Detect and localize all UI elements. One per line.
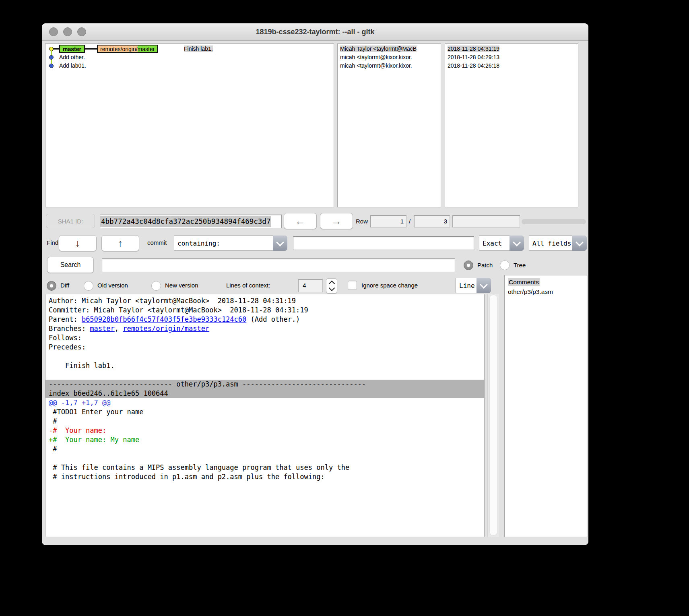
commit-date-cell[interactable]: 2018-11-28 04:29:13 xyxy=(448,53,499,61)
commit-graph-panel: master remotes/origin/ master Finish lab… xyxy=(45,43,334,207)
commit-node[interactable] xyxy=(49,64,54,68)
search-input[interactable] xyxy=(102,258,455,272)
commit-link[interactable]: b650928b0fb66f4c57f403f5fe3be9333c124c60 xyxy=(82,315,246,323)
desktop-background: 1819b-csse232-taylormt: --all - gitk mas… xyxy=(0,0,689,616)
diff-line: Committer: Micah Taylor <taylormt@MacBoo… xyxy=(45,306,484,315)
find-next-button[interactable]: ↓ xyxy=(59,235,97,251)
diff-text: Author: Micah Taylor <taylormt@MacBook> … xyxy=(49,297,296,305)
commit-row-subject[interactable]: Finish lab1. xyxy=(184,45,213,53)
diff-line: +# Your name: My name xyxy=(45,435,484,444)
author-column-panel: Micah Taylor <taylormt@MacB micah <taylo… xyxy=(337,43,441,207)
diff-text: Parent: xyxy=(49,315,82,323)
diff-radio[interactable] xyxy=(47,281,56,291)
diff-line: -# Your name: xyxy=(45,426,484,435)
diff-line xyxy=(45,454,484,463)
diff-line: Author: Micah Taylor <taylormt@MacBook> … xyxy=(45,296,484,306)
context-stepper[interactable] xyxy=(326,278,337,294)
diff-line: Finish lab1. xyxy=(45,361,484,370)
find-prev-button[interactable]: ↑ xyxy=(101,235,139,251)
diff-line xyxy=(45,370,484,380)
commit-date-cell[interactable]: 2018-11-28 04:31:19 xyxy=(448,45,499,53)
commit-row-subject[interactable]: Add other. xyxy=(59,53,85,61)
file-list-item-file[interactable]: other/p3/p3.asm xyxy=(508,287,587,297)
commit-row-subject[interactable]: Add lab01. xyxy=(59,62,86,70)
diff-text: ------------------------------ other/p3/… xyxy=(49,380,366,388)
commit-author-cell[interactable]: Micah Taylor <taylormt@MacB xyxy=(340,45,417,53)
commit-date-cell[interactable]: 2018-11-28 04:26:18 xyxy=(448,62,499,70)
diff-text: (Add other.) xyxy=(246,315,300,323)
diff-body: Author: Micah Taylor <taylormt@MacBook> … xyxy=(45,294,484,482)
diff-text: -# Your name: xyxy=(49,426,106,434)
commit-author-cell[interactable]: micah <taylormt@kixor.kixor. xyxy=(340,53,412,61)
sha1-input[interactable]: 4bb772a43c04d8cfa372ac250b934894f469c3d7 xyxy=(100,215,282,228)
diff-line: #TODO1 Enter your name xyxy=(45,407,484,417)
old-version-label: Old version xyxy=(97,275,128,296)
row-extra-field[interactable] xyxy=(452,215,520,227)
diff-text: #TODO1 Enter your name xyxy=(49,408,143,416)
remote-prefix: remotes/origin/ xyxy=(98,45,138,52)
diff-text: Follows: xyxy=(49,334,82,342)
window-title: 1819b-csse232-taylormt: --all - gitk xyxy=(42,23,588,40)
diff-view-panel[interactable]: Author: Micah Taylor <taylormt@MacBook> … xyxy=(45,294,485,537)
sha1-value: 4bb772a43c04d8cfa372ac250b934894f469c3d7 xyxy=(100,216,271,227)
horizontal-scrollbar-thumb[interactable] xyxy=(522,219,586,224)
titlebar: 1819b-csse232-taylormt: --all - gitk xyxy=(42,23,588,41)
date-column-panel: 2018-11-28 04:31:19 2018-11-28 04:29:13 … xyxy=(445,43,578,207)
patch-radio[interactable] xyxy=(464,260,473,270)
fields-mode-dropdown[interactable]: All fields xyxy=(529,236,587,251)
search-button[interactable]: Search xyxy=(47,257,94,273)
row-separator: / xyxy=(409,211,411,232)
diff-line: # xyxy=(45,444,484,454)
context-value-field[interactable]: 4 xyxy=(298,279,323,292)
chevron-down-icon xyxy=(273,236,287,251)
arrow-right-icon: → xyxy=(331,215,342,227)
nav-back-button[interactable]: ← xyxy=(284,213,317,229)
diff-text: # xyxy=(49,445,57,453)
ignore-space-checkbox[interactable] xyxy=(348,281,357,290)
match-mode-dropdown[interactable]: Exact xyxy=(479,236,524,251)
nav-forward-button[interactable]: → xyxy=(320,213,353,229)
new-version-radio[interactable] xyxy=(151,281,161,291)
diff-line: Branches: master, remotes/origin/master xyxy=(45,324,484,333)
sha1-row: SHA1 ID: 4bb772a43c04d8cfa372ac250b93489… xyxy=(42,211,588,232)
diff-text: Branches: xyxy=(49,325,90,333)
diff-text: index b6ed246..61c1e65 100644 xyxy=(49,389,168,397)
diff-line: ------------------------------ other/p3/… xyxy=(45,380,484,389)
commit-node[interactable] xyxy=(49,55,54,60)
sha1-id-label: SHA1 ID: xyxy=(46,214,95,228)
branch-label-master[interactable]: master xyxy=(59,45,85,53)
find-label: Find xyxy=(47,233,58,253)
row-label: Row xyxy=(356,211,368,232)
diff-text: Precedes: xyxy=(49,343,86,351)
commit-node-current[interactable] xyxy=(49,47,54,51)
tree-radio-label: Tree xyxy=(514,255,526,275)
commit-link[interactable]: remotes/origin/master xyxy=(123,325,209,333)
find-input[interactable] xyxy=(293,236,474,250)
row-total-field: 3 xyxy=(414,215,450,227)
search-row: Search Patch Tree xyxy=(42,255,588,275)
old-version-radio[interactable] xyxy=(84,281,93,291)
arrow-down-icon: ↓ xyxy=(75,238,80,249)
diff-line: @@ -1,7 +1,7 @@ xyxy=(45,398,484,407)
find-row: Find ↓ ↑ commit containing: Exact All fi… xyxy=(42,233,588,253)
new-version-label: New version xyxy=(165,275,198,296)
diff-scrollbar-thumb[interactable] xyxy=(489,295,497,535)
diff-text: , xyxy=(115,325,123,333)
diff-line: # xyxy=(45,417,484,426)
gitk-window: 1819b-csse232-taylormt: --all - gitk mas… xyxy=(42,23,588,545)
diff-scrollbar[interactable] xyxy=(487,294,499,537)
find-type-dropdown[interactable]: containing: xyxy=(174,236,287,251)
diff-text: +# Your name: My name xyxy=(49,436,139,444)
file-list-item-comments[interactable]: Comments xyxy=(508,277,587,287)
diff-line: # This file contains a MIPS assembly lan… xyxy=(45,463,484,472)
ignore-space-label: Ignore space change xyxy=(361,275,418,296)
line-mode-dropdown[interactable]: Line xyxy=(456,278,491,293)
row-current-field[interactable]: 1 xyxy=(370,215,406,227)
branch-label-remote[interactable]: remotes/origin/ master xyxy=(97,45,158,53)
diff-line: Precedes: xyxy=(45,343,484,352)
tree-radio[interactable] xyxy=(500,260,510,270)
diff-text: # This file contains a MIPS assembly lan… xyxy=(49,463,349,471)
commit-author-cell[interactable]: micah <taylormt@kixor.kixor. xyxy=(340,62,412,70)
stepper-down-icon xyxy=(328,285,335,291)
commit-link[interactable]: master xyxy=(90,325,114,333)
